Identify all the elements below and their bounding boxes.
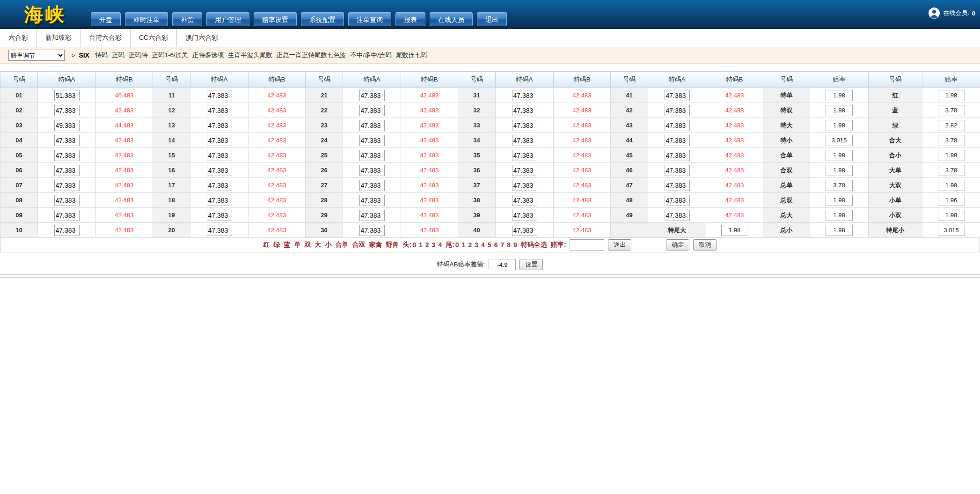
lottery-tab[interactable]: 新加坡彩 [37, 29, 80, 47]
lottery-tab[interactable]: 六合彩 [0, 29, 37, 47]
bet-odds-input[interactable] [826, 150, 853, 161]
odds-a-input[interactable] [512, 120, 537, 131]
bet-odds-input[interactable] [826, 105, 853, 116]
bet-odds-input[interactable] [938, 180, 965, 191]
odds-a-input[interactable] [359, 150, 385, 161]
odds-a-input[interactable] [359, 225, 385, 236]
odds-a-input[interactable] [512, 105, 537, 116]
quick-select-link[interactable]: 单 [294, 241, 301, 249]
odds-a-input[interactable] [54, 225, 80, 236]
nav-button[interactable]: 注单查询 [348, 12, 391, 26]
quick-select-link[interactable]: 绿 [274, 241, 280, 249]
confirm-button[interactable]: 确定 [666, 239, 689, 251]
lottery-tab[interactable]: 台湾六合彩 [80, 29, 131, 47]
bet-odds-input[interactable] [938, 105, 965, 116]
odds-a-input[interactable] [665, 195, 690, 206]
odds-a-input[interactable] [512, 225, 537, 236]
nav-button[interactable]: 报表 [395, 12, 425, 26]
cancel-button[interactable]: 取消 [693, 239, 717, 251]
head-digit-link[interactable]: 3 [432, 241, 436, 249]
nav-button[interactable]: 用户管理 [206, 12, 249, 26]
odds-a-input[interactable] [512, 150, 537, 161]
odds-a-input[interactable] [54, 105, 80, 116]
odds-a-input[interactable] [512, 210, 537, 221]
breadcrumb-link[interactable]: 特码 [95, 51, 108, 59]
submit-button[interactable]: 送出 [608, 239, 631, 251]
odds-a-input[interactable] [512, 180, 537, 191]
tail-digit-link[interactable]: 9 [513, 241, 517, 249]
head-digit-link[interactable]: 4 [438, 241, 442, 249]
odds-a-input[interactable] [207, 195, 232, 206]
lottery-tab[interactable]: CC六合彩 [131, 29, 177, 47]
lottery-tab[interactable]: 澳门六合彩 [177, 29, 227, 47]
odds-a-input[interactable] [54, 195, 80, 206]
bet-odds-input[interactable] [826, 195, 853, 206]
nav-button[interactable]: 退出 [477, 12, 507, 26]
odds-a-input[interactable] [512, 135, 537, 146]
odds-mode-select[interactable]: 赔率调节 [8, 50, 65, 61]
odds-a-input[interactable] [54, 210, 80, 221]
odds-a-input[interactable] [54, 135, 80, 146]
bet-odds-input[interactable] [721, 225, 748, 236]
breadcrumb-link[interactable]: 不中/多中/连码 [350, 51, 392, 59]
tail-digit-link[interactable]: 8 [507, 241, 511, 249]
bet-odds-input[interactable] [938, 150, 965, 161]
breadcrumb-link[interactable]: 尾数连七码 [396, 51, 428, 59]
bet-odds-input[interactable] [938, 165, 965, 176]
bet-odds-input[interactable] [826, 135, 853, 146]
odds-a-input[interactable] [207, 225, 232, 236]
bet-odds-input[interactable] [826, 90, 853, 101]
odds-a-input[interactable] [207, 120, 232, 131]
odds-a-input[interactable] [665, 150, 690, 161]
set-button[interactable]: 设置 [519, 259, 543, 270]
bet-odds-input[interactable] [826, 165, 853, 176]
odds-a-input[interactable] [207, 105, 232, 116]
odds-a-input[interactable] [54, 90, 80, 101]
ab-diff-input[interactable] [489, 259, 516, 270]
breadcrumb-link[interactable]: 正码1-6/过关 [152, 51, 188, 59]
odds-a-input[interactable] [54, 120, 80, 131]
odds-a-input[interactable] [207, 135, 232, 146]
tail-digit-link[interactable]: 7 [500, 241, 504, 249]
head-digit-link[interactable]: 2 [425, 241, 429, 249]
quick-select-link[interactable]: 大 [315, 241, 322, 249]
tail-digit-link[interactable]: 0 [455, 241, 459, 249]
bet-odds-input[interactable] [938, 135, 965, 146]
tail-digit-link[interactable]: 2 [468, 241, 472, 249]
bet-odds-input[interactable] [938, 195, 965, 206]
tail-digit-link[interactable]: 5 [488, 241, 491, 249]
odds-a-input[interactable] [359, 165, 385, 176]
quick-select-link[interactable]: 小 [325, 241, 332, 249]
nav-button[interactable]: 系统配置 [301, 12, 344, 26]
odds-a-input[interactable] [207, 165, 232, 176]
bet-odds-input[interactable] [938, 120, 965, 131]
bet-odds-input[interactable] [938, 225, 965, 236]
bet-odds-input[interactable] [826, 210, 853, 221]
odds-a-input[interactable] [359, 105, 385, 116]
nav-button[interactable]: 赔率设置 [254, 12, 297, 26]
quick-select-link[interactable]: 双 [305, 241, 311, 249]
quick-select-link[interactable]: 红 [263, 241, 270, 249]
odds-a-input[interactable] [359, 180, 385, 191]
tail-digit-link[interactable]: 3 [475, 241, 478, 249]
odds-a-input[interactable] [207, 210, 232, 221]
odds-a-input[interactable] [54, 180, 80, 191]
bet-odds-input[interactable] [938, 210, 965, 221]
breadcrumb-link[interactable]: 正码特 [129, 51, 148, 59]
odds-a-input[interactable] [207, 90, 232, 101]
odds-a-input[interactable] [512, 90, 537, 101]
bet-odds-input[interactable] [938, 90, 965, 101]
breadcrumb-link[interactable]: 生肖半波头尾数 [228, 51, 272, 59]
bet-odds-input[interactable] [826, 180, 853, 191]
odds-a-input[interactable] [207, 180, 232, 191]
nav-button[interactable]: 补货 [172, 12, 202, 26]
odds-a-input[interactable] [665, 180, 690, 191]
quick-select-link[interactable]: 合单 [336, 241, 349, 249]
quick-select-link[interactable]: 蓝 [284, 241, 291, 249]
tail-digit-link[interactable]: 6 [494, 241, 498, 249]
nav-button[interactable]: 开盘 [91, 12, 121, 26]
odds-a-input[interactable] [207, 150, 232, 161]
odds-a-input[interactable] [359, 210, 385, 221]
tail-digit-link[interactable]: 1 [462, 241, 466, 249]
quick-select-link[interactable]: 合双 [352, 241, 366, 249]
